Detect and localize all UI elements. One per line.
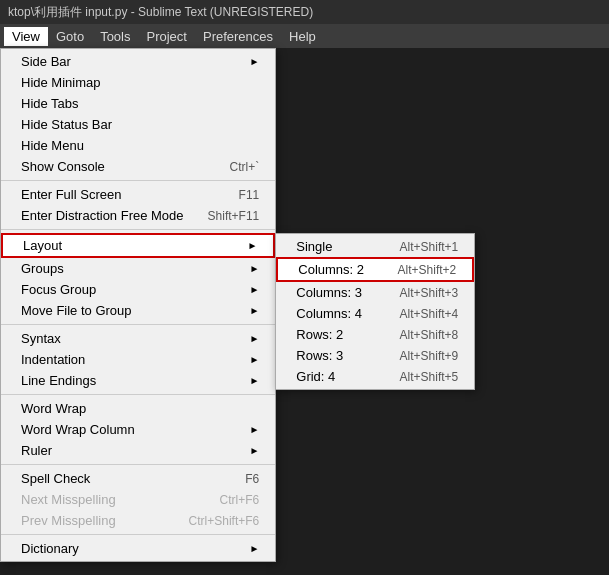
layout-grid-4-label: Grid: 4 <box>296 369 335 384</box>
menu-view-spell-check-shortcut: F6 <box>245 472 259 486</box>
menu-view-fullscreen-label: Enter Full Screen <box>21 187 121 202</box>
menu-view-show-console-shortcut: Ctrl+` <box>230 160 260 174</box>
menu-view-line-endings-label: Line Endings <box>21 373 96 388</box>
menu-view-hide-menu-label: Hide Menu <box>21 138 84 153</box>
menu-view-move-file-to-group[interactable]: Move File to Group ► <box>1 300 275 321</box>
layout-grid-4[interactable]: Grid: 4 Alt+Shift+5 <box>276 366 474 387</box>
menu-view-prev-misspelling-shortcut: Ctrl+Shift+F6 <box>189 514 260 528</box>
menu-view-hide-tabs[interactable]: Hide Tabs <box>1 93 275 114</box>
menu-item-help[interactable]: Help <box>281 27 324 46</box>
groups-arrow-icon: ► <box>249 263 259 274</box>
focus-group-arrow-icon: ► <box>249 284 259 295</box>
menu-view-hide-status-bar-label: Hide Status Bar <box>21 117 112 132</box>
menu-item-view[interactable]: View <box>4 27 48 46</box>
view-dropdown: Side Bar ► Hide Minimap Hide Tabs Hide S… <box>0 48 276 562</box>
separator-3 <box>1 324 275 325</box>
separator-6 <box>1 534 275 535</box>
menu-view-hide-status-bar[interactable]: Hide Status Bar <box>1 114 275 135</box>
menu-view-spell-check-label: Spell Check <box>21 471 90 486</box>
menu-view-fullscreen-shortcut: F11 <box>239 188 260 202</box>
layout-columns-3-label: Columns: 3 <box>296 285 362 300</box>
menu-item-tools[interactable]: Tools <box>92 27 138 46</box>
layout-grid-4-shortcut: Alt+Shift+5 <box>400 370 459 384</box>
menu-view-distraction-free[interactable]: Enter Distraction Free Mode Shift+F11 <box>1 205 275 226</box>
layout-columns-4-shortcut: Alt+Shift+4 <box>400 307 459 321</box>
layout-single[interactable]: Single Alt+Shift+1 <box>276 236 474 257</box>
menu-view-word-wrap-label: Word Wrap <box>21 401 86 416</box>
layout-submenu-container: Single Alt+Shift+1 Columns: 2 Alt+Shift+… <box>275 233 475 390</box>
layout-columns-3[interactable]: Columns: 3 Alt+Shift+3 <box>276 282 474 303</box>
menu-view-layout-label: Layout <box>23 238 62 253</box>
layout-rows-3-shortcut: Alt+Shift+9 <box>400 349 459 363</box>
menu-view-word-wrap-column[interactable]: Word Wrap Column ► <box>1 419 275 440</box>
layout-rows-2-label: Rows: 2 <box>296 327 343 342</box>
menu-view-sidebar[interactable]: Side Bar ► <box>1 51 275 72</box>
menu-view-syntax[interactable]: Syntax ► <box>1 328 275 349</box>
menu-view-spell-check[interactable]: Spell Check F6 <box>1 468 275 489</box>
title-text: ktop\利用插件 input.py - Sublime Text (UNREG… <box>8 4 313 21</box>
menu-view-move-file-to-group-label: Move File to Group <box>21 303 132 318</box>
menu-view-line-endings[interactable]: Line Endings ► <box>1 370 275 391</box>
word-wrap-column-arrow-icon: ► <box>249 424 259 435</box>
menu-item-goto[interactable]: Goto <box>48 27 92 46</box>
menu-view-prev-misspelling-label: Prev Misspelling <box>21 513 116 528</box>
menu-view-prev-misspelling[interactable]: Prev Misspelling Ctrl+Shift+F6 <box>1 510 275 531</box>
menu-view-fullscreen[interactable]: Enter Full Screen F11 <box>1 184 275 205</box>
layout-columns-4-label: Columns: 4 <box>296 306 362 321</box>
menu-view-show-console-label: Show Console <box>21 159 105 174</box>
menu-view-hide-tabs-label: Hide Tabs <box>21 96 79 111</box>
layout-rows-3-label: Rows: 3 <box>296 348 343 363</box>
menu-view-sidebar-label: Side Bar <box>21 54 71 69</box>
move-file-arrow-icon: ► <box>249 305 259 316</box>
menu-view-dictionary[interactable]: Dictionary ► <box>1 538 275 559</box>
layout-single-shortcut: Alt+Shift+1 <box>400 240 459 254</box>
menu-view-dictionary-label: Dictionary <box>21 541 79 556</box>
menu-view-hide-minimap[interactable]: Hide Minimap <box>1 72 275 93</box>
separator-2 <box>1 229 275 230</box>
view-menu: Side Bar ► Hide Minimap Hide Tabs Hide S… <box>0 48 276 562</box>
menu-view-hide-minimap-label: Hide Minimap <box>21 75 100 90</box>
layout-columns-2-shortcut: Alt+Shift+2 <box>398 263 457 277</box>
layout-columns-2-label: Columns: 2 <box>298 262 364 277</box>
menu-view-ruler-label: Ruler <box>21 443 52 458</box>
menu-view-groups[interactable]: Groups ► <box>1 258 275 279</box>
layout-columns-3-shortcut: Alt+Shift+3 <box>400 286 459 300</box>
syntax-arrow-icon: ► <box>249 333 259 344</box>
menu-view-show-console[interactable]: Show Console Ctrl+` <box>1 156 275 177</box>
ruler-arrow-icon: ► <box>249 445 259 456</box>
menu-view-layout[interactable]: Layout ► <box>1 233 275 258</box>
menu-view-word-wrap-column-label: Word Wrap Column <box>21 422 135 437</box>
menu-item-project[interactable]: Project <box>139 27 195 46</box>
sidebar-arrow-icon: ► <box>249 56 259 67</box>
separator-1 <box>1 180 275 181</box>
menu-view-ruler[interactable]: Ruler ► <box>1 440 275 461</box>
menu-view-next-misspelling-label: Next Misspelling <box>21 492 116 507</box>
menu-view-indentation[interactable]: Indentation ► <box>1 349 275 370</box>
menu-view-distraction-free-shortcut: Shift+F11 <box>208 209 260 223</box>
menu-view-focus-group-label: Focus Group <box>21 282 96 297</box>
separator-4 <box>1 394 275 395</box>
menu-view-indentation-label: Indentation <box>21 352 85 367</box>
menu-view-distraction-free-label: Enter Distraction Free Mode <box>21 208 184 223</box>
line-endings-arrow-icon: ► <box>249 375 259 386</box>
layout-columns-2[interactable]: Columns: 2 Alt+Shift+2 <box>276 257 474 282</box>
menu-view-focus-group[interactable]: Focus Group ► <box>1 279 275 300</box>
layout-arrow-icon: ► <box>247 240 257 251</box>
separator-5 <box>1 464 275 465</box>
layout-rows-2-shortcut: Alt+Shift+8 <box>400 328 459 342</box>
menu-view-groups-label: Groups <box>21 261 64 276</box>
title-bar: ktop\利用插件 input.py - Sublime Text (UNREG… <box>0 0 609 24</box>
menu-item-preferences[interactable]: Preferences <box>195 27 281 46</box>
layout-rows-2[interactable]: Rows: 2 Alt+Shift+8 <box>276 324 474 345</box>
indentation-arrow-icon: ► <box>249 354 259 365</box>
menu-view-hide-menu[interactable]: Hide Menu <box>1 135 275 156</box>
menu-bar: View Goto Tools Project Preferences Help <box>0 24 609 48</box>
menu-view-syntax-label: Syntax <box>21 331 61 346</box>
layout-single-label: Single <box>296 239 332 254</box>
layout-rows-3[interactable]: Rows: 3 Alt+Shift+9 <box>276 345 474 366</box>
layout-columns-4[interactable]: Columns: 4 Alt+Shift+4 <box>276 303 474 324</box>
menu-view-next-misspelling[interactable]: Next Misspelling Ctrl+F6 <box>1 489 275 510</box>
dictionary-arrow-icon: ► <box>249 543 259 554</box>
menu-view-word-wrap[interactable]: Word Wrap <box>1 398 275 419</box>
layout-item-wrapper: Layout ► Single Alt+Shift+1 Columns: 2 A… <box>1 233 275 258</box>
